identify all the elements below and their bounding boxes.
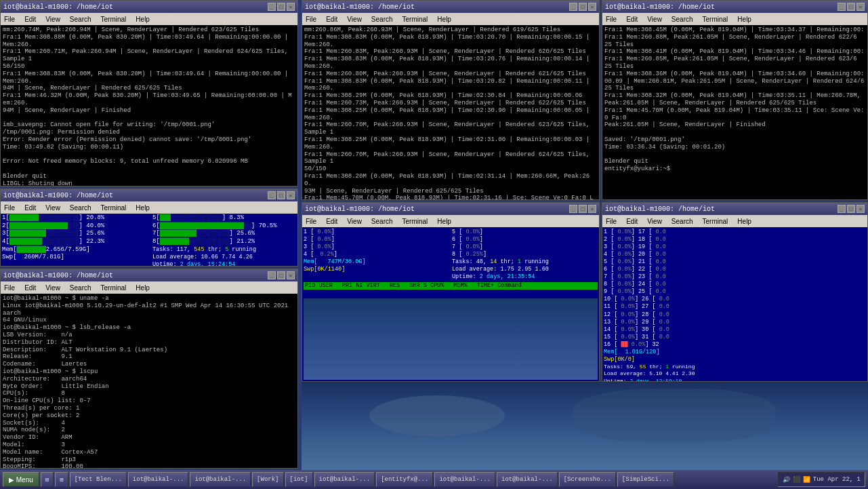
menu-view-htop[interactable]: View bbox=[43, 204, 62, 212]
title-bar-htop-middle: iot@baikal-m1000: /home/iot _ □ × bbox=[302, 203, 599, 215]
menu-edit-tr[interactable]: Edit bbox=[624, 16, 640, 23]
menu-view-tl[interactable]: View bbox=[43, 16, 62, 23]
close-btn-htop-right[interactable]: × bbox=[856, 205, 865, 213]
menu-help-tm[interactable]: Help bbox=[435, 16, 453, 23]
taskbar-item-tect[interactable]: [Tect Blen... bbox=[70, 472, 127, 487]
maximize-btn-htop-right[interactable]: □ bbox=[847, 205, 855, 213]
maximize-btn-htop[interactable]: □ bbox=[277, 191, 285, 199]
close-btn-top-middle[interactable]: × bbox=[588, 3, 596, 11]
close-btn-htop[interactable]: × bbox=[287, 191, 295, 199]
terminal-content-bottom-left: iot@baikal-m1000 ~ $ uname -a Linux iot@… bbox=[1, 294, 297, 468]
taskbar-item-simple[interactable]: [SimpleSci... bbox=[617, 472, 674, 487]
menu-edit-hr[interactable]: Edit bbox=[624, 218, 640, 225]
menu-file-htop[interactable]: File bbox=[2, 204, 17, 212]
menu-terminal-hm[interactable]: Terminal bbox=[400, 218, 430, 225]
minimize-btn-top-right[interactable]: _ bbox=[838, 3, 846, 11]
menu-edit-tm[interactable]: Edit bbox=[324, 16, 339, 23]
menu-file-hm[interactable]: File bbox=[304, 218, 318, 225]
menu-file-hr[interactable]: File bbox=[604, 218, 619, 225]
menu-terminal-tm[interactable]: Terminal bbox=[400, 16, 430, 23]
taskbar-item-iot5[interactable]: iot@baikal-... bbox=[434, 472, 495, 487]
tray-icon-network[interactable]: 📶 bbox=[803, 476, 810, 484]
htop-middle[interactable]: iot@baikal-m1000: /home/iot _ □ × File E… bbox=[302, 202, 600, 382]
menu-edit-tl[interactable]: Edit bbox=[22, 16, 38, 23]
menu-view-hm[interactable]: View bbox=[345, 218, 364, 225]
title-bar-top-left: iot@baikal-m1000: /home/iot _ □ × bbox=[1, 1, 297, 13]
taskbar-item-iot2[interactable]: iot@baikal-... bbox=[190, 472, 251, 487]
close-btn-top-right[interactable]: × bbox=[856, 3, 865, 11]
minimize-btn-top-left[interactable]: _ bbox=[268, 3, 276, 11]
htop-uptime: Uptime: 2 days, 15:24:54 bbox=[152, 261, 296, 266]
minimize-btn-top-middle[interactable]: _ bbox=[569, 3, 577, 11]
menu-view-bl[interactable]: View bbox=[43, 284, 62, 292]
menu-view-hr[interactable]: View bbox=[645, 218, 664, 225]
taskbar-item-0[interactable]: ⊞ bbox=[41, 472, 54, 487]
terminal-bottom-left[interactable]: iot@baikal-m1000: /home/iot _ □ × File E… bbox=[0, 269, 298, 469]
menu-terminal-tl[interactable]: Terminal bbox=[99, 16, 129, 23]
maximize-btn-bottom-left[interactable]: □ bbox=[277, 271, 285, 279]
start-button[interactable]: ▶ Menu bbox=[3, 472, 39, 487]
menu-search-hr[interactable]: Search bbox=[669, 218, 695, 225]
taskbar-item-iot1[interactable]: iot@baikal-... bbox=[128, 472, 189, 487]
maximize-btn-top-middle[interactable]: □ bbox=[579, 3, 587, 11]
menu-bar-bottom-left: File Edit View Search Terminal Help bbox=[1, 281, 297, 294]
menu-bar-htop: File Edit View Search Terminal Help bbox=[1, 201, 297, 214]
menu-view-tm[interactable]: View bbox=[345, 16, 364, 23]
maximize-btn-top-left[interactable]: □ bbox=[277, 3, 285, 11]
menu-edit-bl[interactable]: Edit bbox=[22, 284, 38, 292]
close-btn-bottom-left[interactable]: × bbox=[287, 271, 295, 279]
menu-search-hm[interactable]: Search bbox=[369, 218, 395, 225]
minimize-btn-htop-middle[interactable]: _ bbox=[569, 205, 577, 213]
menu-help-htop[interactable]: Help bbox=[133, 204, 152, 212]
menu-terminal-hr[interactable]: Terminal bbox=[701, 218, 730, 225]
taskbar-item-1[interactable]: ⊞ bbox=[55, 472, 68, 487]
menu-view-tr[interactable]: View bbox=[645, 16, 664, 23]
title-bar-top-middle: iot@baikal-m1000: /home/iot _ □ × bbox=[302, 1, 599, 13]
tray-icon-sound[interactable]: 🔊 bbox=[783, 476, 790, 484]
menu-help-bl[interactable]: Help bbox=[133, 284, 152, 292]
maximize-btn-htop-middle[interactable]: □ bbox=[579, 205, 587, 213]
minimize-btn-bottom-left[interactable]: _ bbox=[268, 271, 276, 279]
menu-file-tl[interactable]: File bbox=[2, 16, 17, 23]
menu-help-tl[interactable]: Help bbox=[133, 16, 152, 23]
clock-display: Tue Apr 22, 1 bbox=[813, 476, 861, 483]
menu-search-tr[interactable]: Search bbox=[669, 16, 695, 23]
htop-right[interactable]: iot@baikal-m1000: /home/iot _ □ × File E… bbox=[602, 202, 868, 382]
taskbar-item-entity[interactable]: [entityfx@... bbox=[376, 472, 433, 487]
ocean-wave-1 bbox=[369, 395, 505, 436]
menu-terminal-htop[interactable]: Terminal bbox=[99, 204, 129, 212]
taskbar-item-screen[interactable]: [Screensho... bbox=[559, 472, 616, 487]
maximize-btn-top-right[interactable]: □ bbox=[847, 3, 855, 11]
menu-edit-hm[interactable]: Edit bbox=[324, 218, 339, 225]
taskbar-item-iot4[interactable]: iot@baikal-... bbox=[314, 472, 375, 487]
terminal-top-left[interactable]: iot@baikal-m1000: /home/iot _ □ × File E… bbox=[0, 0, 298, 187]
menu-file-bl[interactable]: File bbox=[2, 284, 17, 292]
close-btn-htop-middle[interactable]: × bbox=[588, 205, 596, 213]
taskbar-right: 🔊 ⬛ 📶 Tue Apr 22, 1 bbox=[778, 472, 865, 487]
taskbar-item-iot3[interactable]: [iot] bbox=[285, 472, 313, 487]
menu-help-hm[interactable]: Help bbox=[435, 218, 453, 225]
menu-help-tr[interactable]: Help bbox=[735, 16, 753, 23]
menu-edit-htop[interactable]: Edit bbox=[22, 204, 38, 212]
menu-terminal-tr[interactable]: Terminal bbox=[701, 16, 730, 23]
close-btn-top-left[interactable]: × bbox=[287, 3, 295, 11]
menu-help-hr[interactable]: Help bbox=[735, 218, 753, 225]
menu-search-bl[interactable]: Search bbox=[68, 284, 94, 292]
htop-window[interactable]: iot@baikal-m1000: /home/iot _ □ × File E… bbox=[0, 189, 298, 267]
minimize-btn-htop-right[interactable]: _ bbox=[838, 205, 846, 213]
taskbar-item-work[interactable]: [Work] bbox=[252, 472, 283, 487]
taskbar-item-iot6[interactable]: iot@baikal-... bbox=[497, 472, 558, 487]
terminal-top-right[interactable]: iot@baikal-m1000: /home/iot _ □ × File E… bbox=[602, 0, 868, 200]
tray-icon-battery[interactable]: ⬛ bbox=[793, 476, 800, 484]
htop-cpu2: 2[████████████████░░░] 40.0% bbox=[2, 222, 146, 231]
menu-terminal-bl[interactable]: Terminal bbox=[99, 284, 129, 292]
minimize-btn-htop[interactable]: _ bbox=[268, 191, 276, 199]
terminal-top-middle[interactable]: iot@baikal-m1000: /home/iot _ □ × File E… bbox=[302, 0, 600, 200]
htop-content: 1[████████░░░░░░░░░░░] 20.8% 2[█████████… bbox=[1, 214, 297, 266]
menu-search-htop[interactable]: Search bbox=[68, 204, 94, 212]
title-text-top-right: iot@baikal-m1000: /home/iot bbox=[605, 3, 715, 11]
menu-file-tm[interactable]: File bbox=[304, 16, 318, 23]
menu-file-tr[interactable]: File bbox=[604, 16, 619, 23]
menu-search-tm[interactable]: Search bbox=[369, 16, 395, 23]
menu-search-tl[interactable]: Search bbox=[68, 16, 94, 23]
